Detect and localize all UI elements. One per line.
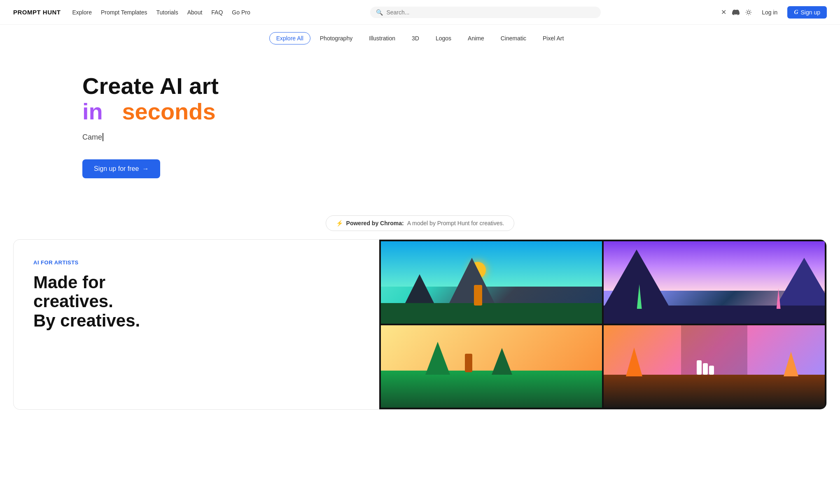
tree-3b bbox=[492, 348, 512, 375]
person-3 bbox=[465, 354, 472, 372]
tree-4b bbox=[784, 352, 798, 376]
cta-label: Sign up for free bbox=[94, 165, 139, 173]
login-button[interactable]: Log in bbox=[758, 7, 782, 18]
google-icon: G bbox=[794, 9, 798, 16]
art-thumbnail-1 bbox=[381, 241, 602, 324]
hero-seconds-text: seconds bbox=[122, 98, 215, 124]
typed-content: Came bbox=[82, 133, 102, 142]
art-scene-1 bbox=[381, 241, 602, 324]
tree-3a bbox=[425, 342, 450, 375]
person-1 bbox=[474, 285, 482, 306]
cta-arrow: → bbox=[142, 165, 149, 173]
art-thumbnail-4 bbox=[604, 325, 825, 408]
signup-label: Sign up bbox=[801, 9, 820, 16]
nav-link-explore[interactable]: Explore bbox=[72, 9, 92, 16]
discord-button[interactable] bbox=[732, 9, 740, 16]
hero-in-text: in bbox=[82, 98, 103, 124]
text-cursor bbox=[103, 133, 103, 141]
hero-title-line2: in seconds bbox=[82, 99, 494, 124]
svg-line-8 bbox=[750, 10, 751, 10]
ground-4 bbox=[604, 375, 825, 408]
tree-4a bbox=[626, 348, 642, 376]
search-input[interactable] bbox=[386, 9, 595, 16]
artists-title: Made for creatives. By creatives. bbox=[33, 273, 359, 330]
category-tabs: Explore All Photography Illustration 3D … bbox=[0, 25, 840, 49]
tab-logos[interactable]: Logos bbox=[429, 32, 458, 44]
tab-cinematic[interactable]: Cinematic bbox=[494, 32, 533, 44]
tab-pixel-art[interactable]: Pixel Art bbox=[536, 32, 571, 44]
mountain-left bbox=[403, 274, 436, 307]
theme-toggle-button[interactable] bbox=[745, 9, 752, 16]
signup-button[interactable]: G Sign up bbox=[787, 6, 827, 19]
tab-explore-all[interactable]: Explore All bbox=[269, 32, 310, 44]
artists-badge: AI FOR ARTISTS bbox=[33, 259, 359, 266]
family-person-3 bbox=[709, 366, 714, 375]
nav-link-about[interactable]: About bbox=[187, 9, 203, 16]
signup-free-button[interactable]: Sign up for free → bbox=[82, 159, 160, 178]
tab-photography[interactable]: Photography bbox=[313, 32, 359, 44]
powered-by-brand: Powered by Chroma: bbox=[346, 220, 404, 226]
art-thumbnail-2 bbox=[604, 241, 825, 324]
mountain-2-left bbox=[604, 250, 670, 307]
nav-link-go-pro[interactable]: Go Pro bbox=[232, 9, 250, 16]
mountain-center bbox=[447, 258, 497, 307]
svg-point-0 bbox=[747, 11, 750, 14]
search-icon: 🔍 bbox=[376, 9, 383, 16]
artists-right-panel bbox=[379, 240, 826, 409]
art-scene-4 bbox=[604, 325, 825, 408]
nav-link-tutorials[interactable]: Tutorials bbox=[156, 9, 178, 16]
search-bar-container: 🔍 bbox=[370, 7, 601, 18]
search-bar: 🔍 bbox=[370, 7, 601, 18]
powered-by-section: ⚡ Powered by Chroma: A model by Prompt H… bbox=[0, 215, 840, 231]
art-thumbnail-3 bbox=[381, 325, 602, 408]
svg-line-4 bbox=[750, 14, 751, 14]
navbar-right: ✕ Log in G Sign up bbox=[721, 6, 827, 19]
logo[interactable]: PROMPT HUNT bbox=[13, 9, 61, 16]
powered-by-desc: A model by Prompt Hunt for creatives. bbox=[407, 220, 504, 226]
artists-left-panel: AI FOR ARTISTS Made for creatives. By cr… bbox=[14, 240, 379, 409]
nav-links: Explore Prompt Templates Tutorials About… bbox=[72, 9, 250, 16]
ground-2 bbox=[604, 306, 825, 324]
tab-illustration[interactable]: Illustration bbox=[362, 32, 402, 44]
powered-by-badge[interactable]: ⚡ Powered by Chroma: A model by Prompt H… bbox=[326, 215, 515, 231]
family-person-2 bbox=[703, 363, 708, 375]
artists-section: AI FOR ARTISTS Made for creatives. By cr… bbox=[13, 239, 827, 410]
navbar-left: PROMPT HUNT Explore Prompt Templates Tut… bbox=[13, 9, 250, 16]
navbar: PROMPT HUNT Explore Prompt Templates Tut… bbox=[0, 0, 840, 25]
family-person-1 bbox=[697, 360, 702, 375]
nav-link-faq[interactable]: FAQ bbox=[211, 9, 223, 16]
hero-section: Create AI art in seconds Came Sign up fo… bbox=[0, 49, 494, 195]
bolt-icon: ⚡ bbox=[336, 220, 343, 226]
hero-title-line1: Create AI art bbox=[82, 73, 494, 99]
mountain-2-right bbox=[775, 258, 825, 307]
svg-line-7 bbox=[747, 14, 747, 14]
family-group bbox=[697, 360, 714, 375]
svg-line-3 bbox=[747, 10, 747, 10]
ground-1 bbox=[381, 303, 602, 324]
art-scene-3 bbox=[381, 325, 602, 408]
twitter-x-button[interactable]: ✕ bbox=[721, 8, 726, 16]
hero-typed-text: Came bbox=[82, 131, 494, 143]
art-scene-2 bbox=[604, 241, 825, 324]
ground-3 bbox=[381, 371, 602, 408]
tab-anime[interactable]: Anime bbox=[461, 32, 491, 44]
tab-3d[interactable]: 3D bbox=[405, 32, 426, 44]
hero-cta: Sign up for free → bbox=[82, 159, 494, 178]
nav-link-prompt-templates[interactable]: Prompt Templates bbox=[101, 9, 147, 16]
